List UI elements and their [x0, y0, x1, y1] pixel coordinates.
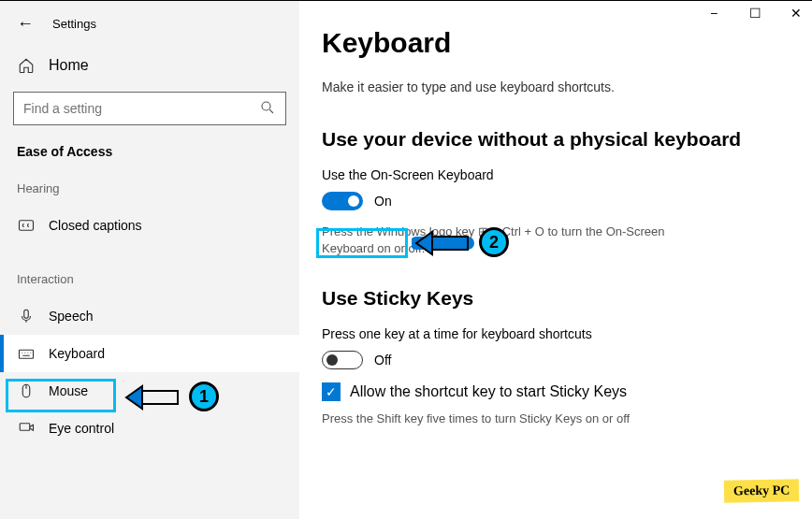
sticky-toggle-state: Off: [374, 353, 391, 368]
sidebar: ← Settings Home Ease of Access Hearing C…: [0, 1, 299, 519]
closed-captions-icon: [17, 216, 36, 235]
home-icon: [17, 56, 36, 75]
app-title: Settings: [52, 17, 96, 31]
category-header: Ease of Access: [0, 144, 299, 159]
checkmark-icon: ✓: [326, 384, 337, 399]
page-subtitle: Make it easier to type and use keyboard …: [322, 79, 790, 94]
minimize-button[interactable]: −: [705, 5, 722, 22]
toggle-knob: [348, 195, 359, 207]
maximize-button[interactable]: ☐: [747, 5, 763, 22]
sticky-shortcut-checkbox[interactable]: ✓: [322, 382, 341, 401]
microphone-icon: [17, 307, 36, 325]
eye-control-icon: [17, 419, 36, 438]
sidebar-item-mouse[interactable]: Mouse: [0, 372, 299, 410]
settings-window: ← Settings Home Ease of Access Hearing C…: [0, 0, 812, 519]
svg-rect-1: [20, 221, 34, 231]
search-input[interactable]: [23, 101, 259, 116]
section-osk-header: Use your device without a physical keybo…: [322, 128, 790, 151]
sidebar-item-label: Closed captions: [49, 218, 142, 233]
watermark: Geeky PC: [724, 479, 800, 502]
osk-label: Use the On-Screen Keyboard: [322, 167, 790, 182]
mouse-icon: [17, 382, 36, 400]
svg-rect-5: [20, 424, 30, 431]
sidebar-item-label: Mouse: [49, 383, 88, 398]
page-title: Keyboard: [322, 27, 790, 59]
home-label: Home: [49, 57, 89, 74]
sidebar-item-label: Eye control: [49, 421, 114, 436]
osk-help-text: Press the Windows logo key ⊞ + Ctrl + O …: [322, 223, 715, 257]
group-hearing: Hearing: [0, 181, 299, 195]
sticky-toggle[interactable]: [322, 351, 363, 369]
back-button[interactable]: ←: [17, 14, 34, 34]
sticky-checkbox-label: Allow the shortcut key to start Sticky K…: [350, 383, 627, 400]
search-box[interactable]: [13, 92, 286, 125]
toggle-knob: [326, 354, 338, 366]
svg-point-0: [262, 102, 270, 110]
main-content: Keyboard Make it easier to type and use …: [299, 1, 812, 519]
close-button[interactable]: ✕: [788, 5, 805, 22]
group-interaction: Interaction: [0, 272, 299, 286]
sticky-label: Press one key at a time for keyboard sho…: [322, 326, 790, 341]
home-nav[interactable]: Home: [0, 49, 299, 82]
sidebar-item-closed-captions[interactable]: Closed captions: [0, 207, 299, 244]
sidebar-item-label: Speech: [49, 309, 93, 324]
keyboard-icon: [17, 344, 36, 363]
sidebar-item-keyboard[interactable]: Keyboard: [0, 335, 299, 372]
svg-rect-3: [20, 350, 34, 358]
section-sticky-header: Use Sticky Keys: [322, 287, 790, 310]
sidebar-item-label: Keyboard: [49, 346, 105, 361]
sticky-help-text: Press the Shift key five times to turn S…: [322, 411, 715, 427]
search-icon: [259, 99, 276, 119]
svg-rect-2: [24, 310, 29, 318]
osk-toggle[interactable]: [322, 192, 363, 210]
sidebar-item-speech[interactable]: Speech: [0, 297, 299, 335]
osk-toggle-state: On: [374, 194, 392, 209]
sidebar-item-eye-control[interactable]: Eye control: [0, 410, 299, 447]
